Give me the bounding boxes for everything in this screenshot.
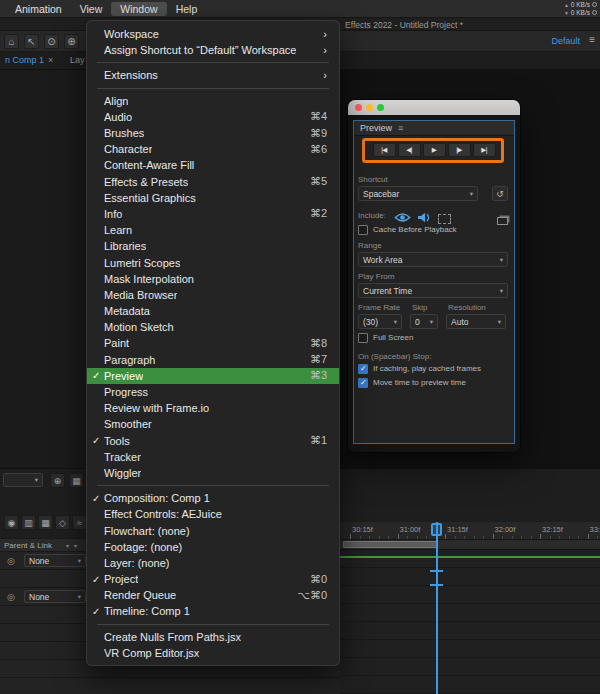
zoom-window-button[interactable] (377, 104, 384, 111)
menu-item-audio[interactable]: Audio⌘4 (87, 109, 339, 125)
workspace-name[interactable]: Default (551, 36, 580, 46)
track-area[interactable] (340, 550, 600, 694)
last-frame-button[interactable]: ▶| (473, 143, 496, 157)
menu-item-info[interactable]: Info⌘2 (87, 206, 339, 222)
close-window-button[interactable] (355, 104, 362, 111)
home-icon[interactable]: ⌂ (4, 34, 19, 49)
preview-window-titlebar[interactable] (348, 100, 520, 115)
next-frame-button[interactable]: |▶ (448, 143, 471, 157)
layer-controls-icon[interactable] (497, 211, 508, 229)
pick-whip-icon[interactable]: ◎ (7, 592, 15, 602)
frame-blend-toggle-icon[interactable]: ▥ (21, 515, 36, 530)
menu-item-wiggler[interactable]: Wiggler (87, 465, 339, 481)
menu-view[interactable]: View (71, 2, 112, 16)
menu-item-brushes[interactable]: Brushes⌘9 (87, 125, 339, 141)
menu-item-render-queue[interactable]: Render Queue⌥⌘0 (87, 587, 339, 603)
menu-item-workspace[interactable]: Workspace› (87, 26, 339, 42)
menu-item-project[interactable]: ✓Project⌘0 (87, 571, 339, 587)
play-from-label: Play From (358, 272, 394, 281)
zoom-tool-icon[interactable]: ⊕ (64, 34, 79, 49)
selection-tool-icon[interactable]: ↖ (24, 34, 39, 49)
menu-item-metadata[interactable]: Metadata (87, 303, 339, 319)
menu-item-vr-comp-editor-jsx[interactable]: VR Comp Editor.jsx (87, 645, 339, 661)
menu-item-label: Metadata (104, 305, 150, 317)
play-from-select[interactable]: Current Time ▾ (358, 283, 508, 298)
menu-window[interactable]: Window (111, 2, 166, 16)
menu-item-timeline-comp-1[interactable]: ✓Timeline: Comp 1 (87, 603, 339, 619)
menu-item-review-with-frame-io[interactable]: Review with Frame.io (87, 400, 339, 416)
menu-item-learn[interactable]: Learn (87, 222, 339, 238)
chevron-down-icon: ▾ (430, 318, 433, 326)
menu-item-paint[interactable]: Paint⌘8 (87, 335, 339, 351)
parent-select-row-2[interactable]: None ▾ (24, 590, 86, 603)
graph-editor-toggle-icon[interactable]: ◇ (55, 515, 70, 530)
reset-icon[interactable]: ↺ (492, 186, 508, 201)
panel-menu-icon[interactable]: ≡ (398, 123, 403, 133)
menu-item-libraries[interactable]: Libraries (87, 238, 339, 254)
menu-item-essential-graphics[interactable]: Essential Graphics (87, 190, 339, 206)
first-frame-button[interactable]: |◀ (373, 143, 396, 157)
close-icon[interactable]: × (48, 55, 53, 65)
time-ruler[interactable]: 30:15f31:00f31:15f32:00f32:15f33:00f (340, 522, 600, 540)
menu-item-progress[interactable]: Progress (87, 384, 339, 400)
menu-item-label: Learn (104, 224, 132, 236)
work-area-bar[interactable] (343, 541, 438, 548)
move-time-checkbox[interactable]: Move time to preview time (358, 378, 466, 388)
download-arrow-icon: ▼ (564, 10, 569, 16)
minimize-window-button[interactable] (366, 104, 373, 111)
menu-item-footage-none[interactable]: Footage: (none) (87, 539, 339, 555)
tab-comp-1[interactable]: n Comp 1 × (5, 55, 53, 65)
parent-select-row-1[interactable]: None ▾ (24, 554, 86, 567)
tab-comp-1-label: n Comp 1 (5, 55, 44, 65)
cache-before-playback-checkbox[interactable]: Cache Before Playback (358, 225, 457, 235)
menu-item-effect-controls-aejuice[interactable]: Effect Controls: AEJuice (87, 506, 339, 522)
menu-item-content-aware-fill[interactable]: Content-Aware Fill (87, 157, 339, 173)
resolution-select[interactable]: Auto ▾ (446, 314, 506, 329)
shortcut-select[interactable]: Spacebar ▾ (358, 186, 478, 201)
menu-item-label: Mask Interpolation (104, 273, 194, 285)
search-icon[interactable]: ⊕ (50, 473, 65, 488)
menu-item-lumetri-scopes[interactable]: Lumetri Scopes (87, 254, 339, 270)
motion-blur-toggle-icon[interactable]: ▦ (38, 515, 53, 530)
menu-item-mask-interpolation[interactable]: Mask Interpolation (87, 271, 339, 287)
menu-animation[interactable]: Animation (6, 2, 71, 16)
workspace-menu-icon[interactable]: ≡ (589, 34, 595, 45)
tab-layers-partial[interactable]: Lay (70, 55, 85, 65)
pick-whip-icon[interactable]: ◎ (7, 556, 15, 566)
menu-item-media-browser[interactable]: Media Browser (87, 287, 339, 303)
menu-item-motion-sketch[interactable]: Motion Sketch (87, 319, 339, 335)
menu-help[interactable]: Help (167, 2, 207, 16)
play-cached-frames-checkbox[interactable]: If caching, play cached frames (358, 364, 481, 374)
skip-select[interactable]: 0 ▾ (410, 314, 438, 329)
menu-item-tracker[interactable]: Tracker (87, 449, 339, 465)
menu-item-character[interactable]: Character⌘6 (87, 141, 339, 157)
menu-shortcut: ⌘9 (310, 127, 327, 140)
parent-link-sort-icons[interactable]: ▾ ▾ (66, 542, 77, 549)
menu-item-smoother[interactable]: Smoother (87, 416, 339, 432)
brainstorm-toggle-icon[interactable]: ≈ (72, 515, 87, 530)
menu-item-label: Brushes (104, 127, 144, 139)
network-status: ▲ 0 KB/s ▼ 0 KB/s (564, 1, 597, 16)
menu-item-layer-none[interactable]: Layer: (none) (87, 555, 339, 571)
play-button[interactable]: ▶ (423, 143, 446, 157)
current-time-indicator[interactable] (436, 522, 438, 694)
menu-item-paragraph[interactable]: Paragraph⌘7 (87, 352, 339, 368)
previous-frame-button[interactable]: ◀| (398, 143, 421, 157)
shy-toggle-icon[interactable]: ◉ (4, 515, 19, 530)
menu-item-composition-comp-1[interactable]: ✓Composition: Comp 1 (87, 490, 339, 506)
range-select[interactable]: Work Area ▾ (358, 252, 508, 267)
mini-flowchart-icon[interactable]: ▦ (69, 473, 84, 488)
menu-item-effects-presets[interactable]: Effects & Presets⌘5 (87, 174, 339, 190)
timeline-zoom-select[interactable]: ▾ (3, 473, 43, 487)
menu-item-assign-shortcut-to-default-workspace[interactable]: Assign Shortcut to “Default” Workspace› (87, 42, 339, 58)
menu-item-tools[interactable]: ✓Tools⌘1 (87, 433, 339, 449)
frame-rate-select[interactable]: (30) ▾ (358, 314, 402, 329)
menu-item-flowchart-none[interactable]: Flowchart: (none) (87, 522, 339, 538)
hand-tool-icon[interactable]: ⊙ (44, 34, 59, 49)
menu-item-preview[interactable]: ✓Preview⌘3 (87, 368, 339, 384)
menu-item-align[interactable]: Align (87, 93, 339, 109)
menu-item-create-nulls-from-paths-jsx[interactable]: Create Nulls From Paths.jsx (87, 629, 339, 645)
full-screen-checkbox[interactable]: Full Screen (358, 333, 413, 343)
menu-item-extensions[interactable]: Extensions› (87, 67, 339, 83)
playhead-grabber[interactable] (431, 523, 442, 536)
